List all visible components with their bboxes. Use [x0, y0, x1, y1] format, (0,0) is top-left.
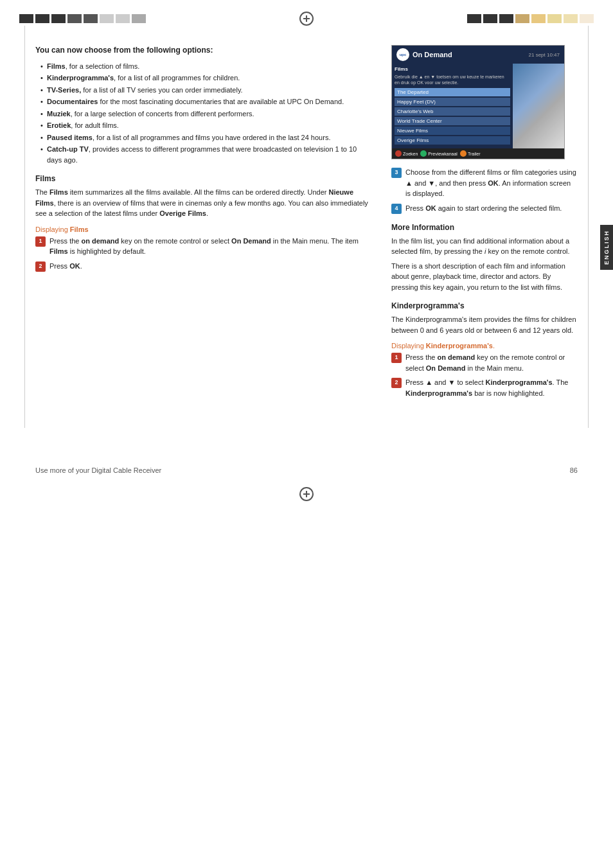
- screen-title: On Demand: [413, 51, 452, 58]
- films-step-2-text: Press OK.: [49, 261, 82, 272]
- screen-logo: upc On Demand: [396, 48, 452, 61]
- col-right: upc On Demand 21 sept 10:47 Films Gebrui…: [391, 45, 578, 402]
- bottom-crosshair: [299, 487, 314, 501]
- screen-item-2: Charlotte's Web: [395, 107, 510, 116]
- vline-right: [588, 26, 589, 428]
- kinder-step-2: 2 Press ▲ and ▼ to select Kinderprogramm…: [391, 377, 578, 398]
- seg3: [51, 14, 66, 23]
- upc-logo: upc: [396, 48, 409, 61]
- col-left: You can now choose from the following op…: [35, 45, 372, 402]
- bullet-catchup: Catch-up TV, provides access to differen…: [40, 144, 372, 165]
- btn-zoeken-label: Zoeken: [403, 152, 418, 156]
- content-area: You can now choose from the following op…: [35, 45, 578, 402]
- rseg8: [580, 14, 594, 23]
- screen-desc: Gebruik die ▲ en ▼ toetsen om uw keuze t…: [395, 74, 510, 85]
- screen-item-1: Happy Feet (DV): [395, 98, 510, 106]
- intro-title: You can now choose from the following op…: [35, 45, 372, 56]
- right-step-4: 4 Press OK again to start ordering the s…: [391, 203, 578, 214]
- right-step-4-num: 4: [391, 204, 402, 214]
- screen-section: Films: [395, 66, 510, 72]
- language-tab-text: ENGLISH: [603, 230, 610, 265]
- screen-menu: Films Gebruik die ▲ en ▼ toetsen om uw k…: [392, 64, 513, 148]
- bottom-bar: [0, 487, 613, 514]
- bullet-erotiek: Erotiek, for adult films.: [40, 120, 372, 131]
- films-step-1-text: Press the on demand key on the remote co…: [49, 236, 372, 257]
- header-bar: [0, 0, 613, 26]
- page-inner: ENGLISH You can now choose from the foll…: [0, 26, 613, 428]
- header-left-decoration: [19, 14, 146, 23]
- screen-footer: Zoeken Previewkanaal Trailer: [392, 148, 564, 159]
- seg7: [116, 14, 130, 23]
- displaying-films-bold: Films: [70, 226, 89, 233]
- kinder-step-2-num: 2: [391, 378, 402, 388]
- rseg5: [531, 14, 546, 23]
- seg6: [100, 14, 114, 23]
- kinder-step-2-text: Press ▲ and ▼ to select Kinderprogramma'…: [405, 377, 578, 398]
- screen-item-5: Overige Films: [395, 136, 510, 145]
- bullet-list: Films, for a selection of films. Kinderp…: [35, 61, 372, 166]
- films-step-2-num: 2: [35, 261, 46, 272]
- bullet-tvseries: TV-Series, for a list of all TV series y…: [40, 85, 372, 96]
- bullet-muziek: Muziek, for a large selection of concert…: [40, 109, 372, 120]
- films-step-1-num: 1: [35, 236, 46, 247]
- rseg1: [467, 14, 481, 23]
- screen-photo: [513, 64, 564, 148]
- bullet-kinderprogrammas: Kinderprogramma's, for a list of all pro…: [40, 73, 372, 84]
- bullet-paused: Paused items, for a list of all programm…: [40, 132, 372, 143]
- screen-header: upc On Demand 21 sept 10:47: [392, 46, 564, 64]
- kinder-step-1-text: Press the on demand key on the remote co…: [405, 352, 578, 373]
- kinder-step-1: 1 Press the on demand key on the remote …: [391, 352, 578, 373]
- page-footer: Use more of your Digital Cable Receiver …: [0, 454, 613, 487]
- screen-time: 21 sept 10:47: [529, 52, 560, 58]
- films-section-title: Films: [35, 174, 372, 183]
- header-segments-right: [467, 14, 594, 23]
- orange-btn-icon: [460, 150, 466, 157]
- footer-page-num: 86: [570, 466, 578, 474]
- rseg2: [483, 14, 497, 23]
- screen-item-0: The Departed: [395, 88, 510, 96]
- screen-btn-zoeken: Zoeken: [395, 150, 418, 157]
- more-info-title: More Information: [391, 223, 578, 232]
- displaying-kinderprogramma-label: Displaying Kinderprogramma's.: [391, 342, 578, 350]
- kinder-step-1-num: 1: [391, 353, 402, 363]
- films-step-1: 1 Press the on demand key on the remote …: [35, 236, 372, 257]
- screen-item-4: Nieuwe Films: [395, 127, 510, 135]
- btn-trailer-label: Trailer: [468, 152, 481, 156]
- screen-body: Films Gebruik die ▲ en ▼ toetsen om uw k…: [392, 64, 564, 148]
- rseg7: [564, 14, 578, 23]
- screen-item-3: World Trade Center: [395, 117, 510, 125]
- more-info-para1: In the film list, you can find additiona…: [391, 236, 578, 257]
- seg8: [132, 14, 146, 23]
- header-right-decoration: [467, 14, 594, 23]
- films-step-2: 2 Press OK.: [35, 261, 372, 272]
- right-step-3-num: 3: [391, 168, 402, 178]
- rseg3: [499, 14, 513, 23]
- center-crosshair: [299, 12, 314, 26]
- seg2: [35, 14, 49, 23]
- kinderprogrammas-title: Kinderprogramma's: [391, 301, 578, 310]
- screen-btn-preview: Previewkanaal: [420, 150, 458, 157]
- right-step-4-text: Press OK again to start ordering the sel…: [405, 203, 562, 214]
- btn-preview-label: Previewkanaal: [428, 152, 458, 156]
- seg1: [19, 14, 33, 23]
- kinderprogrammas-body: The Kinderprogramma's item provides the …: [391, 314, 578, 335]
- displaying-kinderprogramma-bold: Kinderprogramma's: [426, 342, 493, 350]
- red-btn-icon: [395, 150, 402, 157]
- bullet-films: Films, for a selection of films.: [40, 61, 372, 72]
- bullet-documentaires: Documentaires for the most fascinating d…: [40, 96, 372, 107]
- vline-left: [24, 26, 25, 428]
- screen-image: upc On Demand 21 sept 10:47 Films Gebrui…: [391, 45, 565, 159]
- language-tab: ENGLISH: [600, 225, 613, 270]
- footer-left-text: Use more of your Digital Cable Receiver: [35, 466, 161, 474]
- right-step-3: 3 Choose from the different films or fil…: [391, 167, 578, 199]
- seg5: [84, 14, 98, 23]
- screen-btn-trailer: Trailer: [460, 150, 481, 157]
- right-step-3-text: Choose from the different films or film …: [405, 167, 578, 199]
- rseg4: [515, 14, 529, 23]
- green-btn-icon: [420, 150, 427, 157]
- rseg6: [547, 14, 562, 23]
- header-segments-left: [19, 14, 146, 23]
- films-body: The Films item summarizes all the films …: [35, 187, 372, 219]
- more-info-para2: There is a short description of each fil…: [391, 261, 578, 293]
- displaying-films-label: Displaying Films: [35, 226, 372, 233]
